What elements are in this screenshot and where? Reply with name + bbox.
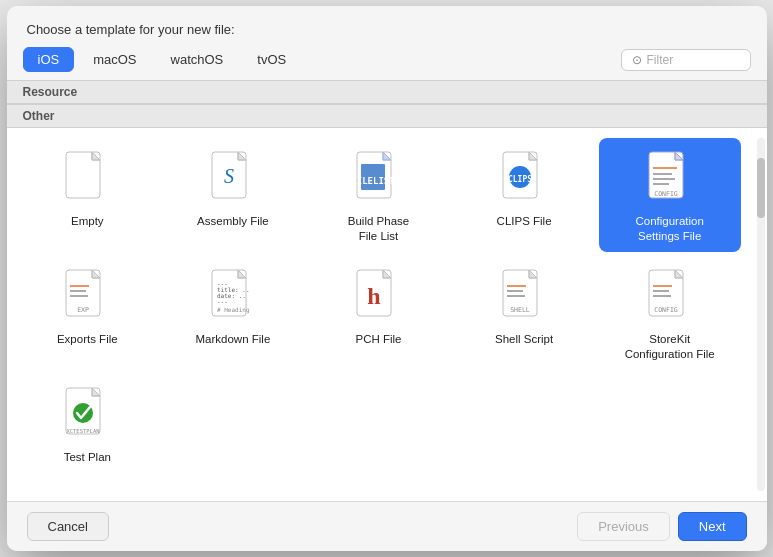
- config-icon: CONFIG: [644, 148, 696, 208]
- file-item-shell[interactable]: SHELL Shell Script: [453, 256, 595, 370]
- cancel-button[interactable]: Cancel: [27, 512, 109, 541]
- file-label-assembly: Assembly File: [197, 214, 269, 229]
- svg-text:XCTESTPLAN: XCTESTPLAN: [67, 428, 100, 434]
- file-item-pch[interactable]: h PCH File: [308, 256, 450, 370]
- svg-text:CONFIG: CONFIG: [654, 190, 678, 198]
- file-label-clips: CLIPS File: [497, 214, 552, 229]
- scrollbar-track[interactable]: [757, 138, 765, 491]
- svg-text:# Heading: # Heading: [217, 306, 250, 314]
- file-item-assembly[interactable]: S Assembly File: [162, 138, 304, 252]
- file-item-config[interactable]: CONFIG ConfigurationSettings File: [599, 138, 741, 252]
- filter-icon: ⊙: [632, 53, 642, 67]
- file-label-empty: Empty: [71, 214, 104, 229]
- footer-right: Previous Next: [577, 512, 746, 541]
- file-item-buildphase[interactable]: FILELIST Build Phase File List: [308, 138, 450, 252]
- svg-text:---: ---: [217, 298, 228, 305]
- svg-text:CONFIG: CONFIG: [654, 306, 678, 314]
- file-label-config: ConfigurationSettings File: [635, 214, 703, 244]
- previous-button[interactable]: Previous: [577, 512, 670, 541]
- next-button[interactable]: Next: [678, 512, 747, 541]
- file-item-markdown[interactable]: --- title: .. date: .. --- # Heading Mar…: [162, 256, 304, 370]
- svg-text:EXP: EXP: [77, 306, 89, 314]
- file-item-exports[interactable]: EXP Exports File: [17, 256, 159, 370]
- tab-watchos[interactable]: watchOS: [156, 47, 239, 72]
- tab-bar: iOS macOS watchOS tvOS ⊙ Filter: [7, 47, 767, 80]
- clips-icon: CLIPS: [498, 148, 550, 208]
- file-label-shell: Shell Script: [495, 332, 553, 347]
- dialog-footer: Cancel Previous Next: [7, 501, 767, 551]
- assembly-icon: S: [207, 148, 259, 208]
- filter-input[interactable]: ⊙ Filter: [621, 49, 751, 71]
- svg-text:CLIPS: CLIPS: [508, 175, 532, 184]
- svg-text:h: h: [368, 283, 381, 309]
- file-item-testplan[interactable]: XCTESTPLAN Test Plan: [17, 374, 159, 473]
- file-item-clips[interactable]: CLIPS CLIPS File: [453, 138, 595, 252]
- file-label-exports: Exports File: [57, 332, 118, 347]
- scrollbar-thumb[interactable]: [757, 158, 765, 218]
- filter-placeholder: Filter: [647, 53, 674, 67]
- file-label-testplan: Test Plan: [64, 450, 111, 465]
- other-section-header: Other: [7, 104, 767, 128]
- file-item-empty[interactable]: Empty: [17, 138, 159, 252]
- tab-ios[interactable]: iOS: [23, 47, 75, 72]
- filelist-icon: FILELIST: [352, 148, 404, 208]
- empty-icon: [61, 148, 113, 208]
- shell-icon: SHELL: [498, 266, 550, 326]
- svg-text:SHELL: SHELL: [510, 306, 530, 314]
- exports-icon: EXP: [61, 266, 113, 326]
- svg-text:S: S: [224, 165, 234, 187]
- pch-icon: h: [352, 266, 404, 326]
- dialog-header: Choose a template for your new file:: [7, 6, 767, 47]
- file-item-storekit[interactable]: CONFIG StoreKitConfiguration File: [599, 256, 741, 370]
- file-label-markdown: Markdown File: [196, 332, 271, 347]
- tab-tvos[interactable]: tvOS: [242, 47, 301, 72]
- new-file-dialog: Choose a template for your new file: iOS…: [7, 6, 767, 551]
- tab-macos[interactable]: macOS: [78, 47, 151, 72]
- svg-text:FILELIST: FILELIST: [355, 176, 395, 186]
- file-label-storekit: StoreKitConfiguration File: [625, 332, 715, 362]
- markdown-icon: --- title: .. date: .. --- # Heading: [207, 266, 259, 326]
- storekit-icon: CONFIG: [644, 266, 696, 326]
- header-label: Choose a template for your new file:: [27, 22, 235, 37]
- resource-section-header: Resource: [7, 80, 767, 104]
- file-label-pch: PCH File: [355, 332, 401, 347]
- file-label-buildphase: Build Phase File List: [348, 214, 409, 244]
- file-grid: Empty S Assembly File: [17, 138, 757, 473]
- testplan-icon: XCTESTPLAN: [61, 384, 113, 444]
- content-area: Empty S Assembly File: [7, 128, 767, 501]
